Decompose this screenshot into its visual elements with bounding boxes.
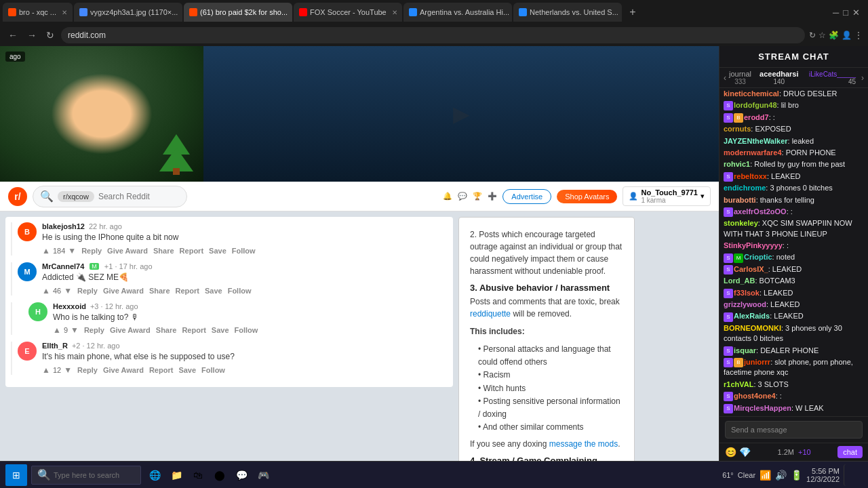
report-btn-2[interactable]: Report (176, 287, 199, 295)
chat-username[interactable]: ghost4one4 (734, 392, 776, 400)
trophy-icon[interactable]: 🏆 (473, 192, 482, 201)
taskbar-clock[interactable]: 5:56 PM 12/3/2022 (806, 467, 840, 483)
share-btn-1[interactable]: Share (153, 247, 174, 255)
chat-username[interactable]: CarlosIX_ (734, 265, 768, 273)
reload-button[interactable]: ↻ (43, 28, 57, 42)
new-tab-button[interactable]: + (623, 3, 642, 22)
chat-username[interactable]: MirqclesHappen (734, 404, 791, 412)
comment-user-4[interactable]: Ellth_R (42, 342, 68, 350)
taskbar-search-input[interactable] (54, 471, 135, 479)
follow-btn-2[interactable]: Follow (228, 287, 252, 295)
tab-1[interactable]: bro - xqc ... ✕ (3, 3, 73, 22)
save-btn-4[interactable]: Save (178, 366, 196, 374)
chat-username[interactable]: isquar (734, 346, 756, 354)
reply-btn-2[interactable]: Reply (77, 287, 98, 295)
taskbar-discord-icon[interactable]: 💬 (232, 466, 251, 485)
show-desktop-button[interactable] (844, 464, 863, 486)
forward-button[interactable]: → (24, 28, 39, 42)
message-mods-link[interactable]: message the mods (549, 439, 618, 449)
journal-tab[interactable]: journal 333 (729, 70, 751, 85)
upvote-4[interactable]: ▲ (42, 365, 50, 375)
browser-minimize[interactable]: ─ (833, 7, 839, 18)
share-btn-2[interactable]: Share (149, 287, 170, 295)
chat-username[interactable]: BORNEOMONKI (724, 324, 781, 332)
share-btn-3[interactable]: Share (156, 326, 177, 334)
taskbar-edge-icon[interactable]: 🌐 (145, 466, 164, 485)
search-input[interactable] (98, 192, 180, 201)
refresh-icon[interactable]: ↻ (809, 30, 816, 40)
tab-3[interactable]: (61) bro paid $2k for sho... ✕ (184, 3, 292, 22)
chat-username[interactable]: StinkyPinkyyyyy (724, 241, 783, 249)
reply-btn-3[interactable]: Reply (84, 326, 104, 334)
chat-username[interactable]: modernwarfare4 (724, 148, 782, 157)
reply-btn-4[interactable]: Reply (77, 366, 98, 374)
give-award-btn-2[interactable]: Give Award (103, 287, 144, 295)
start-button[interactable]: ⊞ (5, 464, 27, 486)
tab-4[interactable]: FOX Soccer - YouTube ✕ (294, 3, 402, 22)
channel-tab[interactable]: aceedharsi 140 (760, 70, 798, 85)
report-btn-3[interactable]: Report (182, 326, 205, 334)
give-award-btn-4[interactable]: Give Award (103, 366, 144, 374)
downvote-1[interactable]: ▼ (68, 246, 76, 256)
bookmark-icon[interactable]: ☆ (818, 30, 826, 40)
follow-btn-3[interactable]: Follow (235, 326, 258, 334)
chat-username[interactable]: AlexRaids (734, 312, 770, 320)
tab-close-4[interactable]: ✕ (392, 9, 397, 16)
chat-username[interactable]: Crioptic (744, 253, 772, 261)
chat-username[interactable]: cornuts (724, 125, 751, 133)
follow-btn-1[interactable]: Follow (232, 247, 256, 255)
plus-icon[interactable]: ➕ (488, 192, 497, 201)
chat-username[interactable]: f33lsok (734, 289, 760, 297)
profile-icon[interactable]: 👤 (842, 30, 852, 40)
comment-user-2[interactable]: MrCannel74 (42, 262, 84, 270)
advertise-button[interactable]: Advertise (502, 189, 551, 204)
comment-user-3[interactable]: Hexxxoid (53, 302, 86, 310)
save-btn-3[interactable]: Save (212, 326, 229, 334)
chat-username[interactable]: axelfrOst2oOO (734, 207, 787, 216)
tab-6[interactable]: Netherlands vs. United S... ✕ (513, 3, 622, 22)
upvote-2[interactable]: ▲ (42, 286, 50, 296)
volume-icon[interactable]: 🔊 (775, 470, 787, 481)
taskbar-search[interactable]: 🔍 (31, 466, 141, 485)
chat-username[interactable]: grizzlywood (724, 300, 766, 308)
extension-icon[interactable]: 🧩 (829, 30, 839, 40)
chat-username[interactable]: burabotti (724, 196, 756, 204)
chat-username[interactable]: juniorrr (744, 358, 770, 366)
save-btn-1[interactable]: Save (209, 247, 226, 255)
chat-username[interactable]: endichrome (724, 184, 766, 192)
tab-5[interactable]: Argentina vs. Australia Hi... ✕ (403, 3, 512, 22)
report-btn-1[interactable]: Report (180, 247, 203, 255)
browser-close[interactable]: ✕ (852, 7, 860, 18)
chat-username[interactable]: erodd7 (744, 113, 769, 121)
upvote-3[interactable]: ▲ (53, 325, 61, 335)
reddit-search-bar[interactable]: 🔍 r/xqcow (33, 186, 187, 207)
save-btn-2[interactable]: Save (205, 287, 222, 295)
chat-send-button[interactable]: chat (837, 446, 863, 458)
comment-user-1[interactable]: blakejosh12 (42, 222, 85, 230)
chat-message-input[interactable] (725, 421, 863, 439)
reply-btn-1[interactable]: Reply (81, 247, 102, 255)
downvote-2[interactable]: ▼ (64, 286, 72, 296)
downvote-4[interactable]: ▼ (64, 365, 72, 375)
chat-username[interactable]: Lord_AB (724, 277, 755, 285)
reddiquette-link[interactable]: reddiquette (470, 309, 511, 319)
upvote-1[interactable]: ▲ (42, 246, 50, 256)
chat-username[interactable]: lordofgun48 (734, 101, 777, 109)
taskbar-store-icon[interactable]: 🛍 (189, 466, 208, 485)
downvote-3[interactable]: ▼ (71, 325, 79, 335)
user-menu[interactable]: 👤 No_Touch_9771 1 karma ▾ (623, 186, 711, 206)
emote-icon[interactable]: 😊 (725, 447, 736, 458)
report-btn-4[interactable]: Report (149, 366, 173, 374)
browser-maximize[interactable]: □ (843, 7, 848, 18)
taskbar-chrome-icon[interactable]: ⬤ (210, 466, 229, 485)
chat-username[interactable]: JAYZENtheWalker (724, 137, 788, 145)
tab-close-1[interactable]: ✕ (62, 9, 67, 16)
chat-username[interactable]: rohvic1 (724, 160, 750, 168)
taskbar-explorer-icon[interactable]: 📁 (167, 466, 186, 485)
back-button[interactable]: ← (5, 28, 20, 42)
next-channel-btn[interactable]: › (861, 73, 864, 83)
follow-btn-4[interactable]: Follow (201, 366, 225, 374)
menu-icon[interactable]: ⋮ (854, 30, 863, 40)
tab-2[interactable]: vygxz4ph3a1.jpg (1170×... ✕ (74, 3, 182, 22)
taskbar-extra-icon[interactable]: 🎮 (254, 466, 273, 485)
